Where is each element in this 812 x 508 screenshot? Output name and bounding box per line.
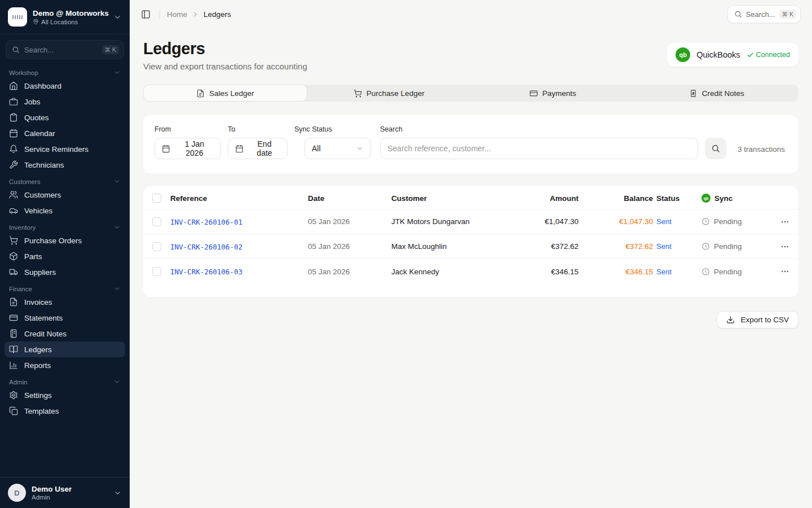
status-badge[interactable]: Sent [656, 242, 701, 251]
page-title: Ledgers [143, 40, 307, 58]
banknote-icon [689, 89, 698, 98]
chevron-down-icon [356, 144, 364, 152]
sidebar-section-finance[interactable]: Finance [5, 280, 125, 294]
avatar: D [8, 484, 26, 502]
cell-date: 05 Jan 2026 [308, 242, 391, 251]
notebook-icon [9, 329, 18, 338]
search-submit-button[interactable] [705, 138, 726, 159]
sidebar-item-quotes[interactable]: Quotes [5, 110, 125, 125]
status-badge[interactable]: Sent [656, 217, 701, 226]
package-icon [9, 252, 18, 261]
org-name: Demo @ Motorworks [33, 9, 108, 17]
sync-status-select[interactable]: All [304, 138, 371, 159]
row-actions-button[interactable] [771, 267, 798, 276]
column-header-reference: Reference [170, 194, 308, 203]
quickbooks-logo-icon: qb [676, 47, 690, 62]
to-date-picker[interactable]: End date [228, 138, 288, 159]
search-label: Search [380, 125, 698, 133]
reference-link[interactable]: INV-CRK-260106-02 [170, 243, 242, 251]
sidebar-item-calendar[interactable]: Calendar [5, 125, 125, 141]
sidebar-section-customers[interactable]: Customers [5, 173, 125, 187]
tab-purchase-ledger[interactable]: Purchase Ledger [307, 85, 471, 102]
sidebar-nav: Workshop Dashboard Jobs Quotes Calendar … [0, 63, 130, 477]
sidebar-toggle-button[interactable] [139, 7, 153, 21]
clock-icon [701, 217, 710, 226]
org-switcher[interactable]: Demo @ Motorworks All Locations [0, 0, 130, 34]
row-actions-button[interactable] [771, 217, 798, 226]
sync-status: Pending [701, 217, 771, 226]
cell-balance: €1,047.30 [582, 217, 656, 226]
sidebar-item-jobs[interactable]: Jobs [5, 94, 125, 110]
search-icon [12, 46, 20, 54]
sidebar-item-technicians[interactable]: Technicians [5, 157, 125, 173]
topbar: Home Ledgers Search... ⌘ K [130, 0, 812, 28]
users-icon [9, 190, 18, 199]
sidebar-section-admin[interactable]: Admin [5, 373, 125, 387]
clipboard-icon [9, 113, 18, 122]
sidebar-item-customers[interactable]: Customers [5, 187, 125, 203]
row-checkbox[interactable] [152, 242, 161, 251]
calendar-icon [162, 144, 170, 153]
row-checkbox[interactable] [152, 217, 161, 226]
transaction-search-input[interactable] [387, 144, 691, 153]
sidebar-item-vehicles[interactable]: Vehicles [5, 203, 125, 218]
sidebar-item-invoices[interactable]: Invoices [5, 294, 125, 310]
table-row: INV-CRK-260106-02 05 Jan 2026 Max McLoug… [143, 234, 798, 259]
keyboard-shortcut-badge: ⌘ K [102, 45, 119, 54]
clock-icon [701, 268, 710, 276]
panel-left-icon [141, 10, 151, 19]
sidebar-item-statements[interactable]: Statements [5, 310, 125, 326]
sidebar-item-settings[interactable]: Settings [5, 387, 125, 403]
page-content: Ledgers View and export transactions for… [130, 28, 812, 508]
from-date-picker[interactable]: 1 Jan 2026 [155, 138, 221, 159]
sidebar-search-input[interactable] [24, 46, 98, 54]
user-menu[interactable]: D Demo User Admin [0, 477, 130, 508]
gear-icon [9, 391, 18, 400]
quickbooks-connection-badge[interactable]: qb QuickBooks Connected [667, 43, 798, 67]
breadcrumb-home[interactable]: Home [167, 10, 187, 19]
sidebar-item-ledgers[interactable]: Ledgers [5, 341, 125, 357]
sidebar-item-suppliers[interactable]: Suppliers [5, 264, 125, 280]
table-row: INV-CRK-260106-03 05 Jan 2026 Jack Kenne… [143, 259, 798, 284]
sync-status: Pending [701, 242, 771, 251]
cell-balance: €346.15 [582, 268, 656, 276]
status-badge[interactable]: Sent [656, 268, 701, 276]
global-search-button[interactable]: Search... ⌘ K [727, 5, 801, 23]
row-actions-button[interactable] [771, 242, 798, 251]
reference-link[interactable]: INV-CRK-260106-03 [170, 268, 242, 276]
column-header-balance: Balance [582, 194, 656, 203]
sidebar-item-service-reminders[interactable]: Service Reminders [5, 141, 125, 157]
sidebar-item-dashboard[interactable]: Dashboard [5, 78, 125, 94]
calendar-icon [235, 144, 244, 153]
main-area: Home Ledgers Search... ⌘ K Ledgers View … [130, 0, 812, 508]
sidebar-search[interactable]: ⌘ K [6, 40, 124, 59]
sidebar-item-purchase-orders[interactable]: Purchase Orders [5, 233, 125, 248]
ledger-tabs: Sales Ledger Purchase Ledger Payments Cr… [143, 85, 798, 102]
transactions-table: Reference Date Customer Amount Balance S… [143, 186, 798, 297]
reference-link[interactable]: INV-CRK-260106-01 [170, 218, 242, 226]
tab-sales-ledger[interactable]: Sales Ledger [143, 85, 307, 102]
sidebar-section-inventory[interactable]: Inventory [5, 218, 125, 233]
export-to-csv-button[interactable]: Export to CSV [717, 311, 798, 329]
sidebar-item-reports[interactable]: Reports [5, 357, 125, 373]
ellipsis-icon [780, 217, 789, 226]
cell-amount: €346.15 [486, 268, 582, 276]
sidebar-item-templates[interactable]: Templates [5, 403, 125, 419]
sidebar-item-credit-notes[interactable]: Credit Notes [5, 326, 125, 341]
sidebar-section-workshop[interactable]: Workshop [5, 64, 125, 78]
tab-credit-notes[interactable]: Credit Notes [635, 85, 799, 102]
download-icon [726, 316, 735, 324]
cell-date: 05 Jan 2026 [308, 217, 391, 226]
breadcrumb: Home Ledgers [167, 10, 721, 19]
home-icon [9, 81, 18, 90]
cell-balance: €372.62 [582, 242, 656, 251]
org-logo [8, 7, 27, 27]
column-header-customer: Customer [391, 194, 486, 203]
row-checkbox[interactable] [152, 267, 161, 276]
cell-amount: €1,047.30 [486, 217, 582, 226]
sidebar-item-parts[interactable]: Parts [5, 248, 125, 264]
bell-icon [9, 144, 18, 154]
select-all-checkbox[interactable] [152, 194, 161, 203]
global-search-placeholder: Search... [746, 10, 775, 19]
tab-payments[interactable]: Payments [471, 85, 635, 102]
